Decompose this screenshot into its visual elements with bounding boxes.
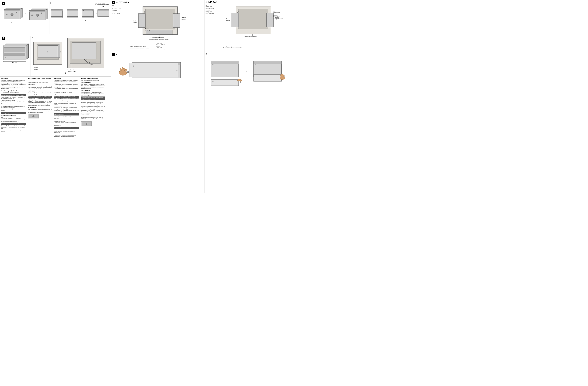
step7b-fr-heading: 7-B Pour la fixer	[81, 90, 105, 91]
angle-fr-heading: Réglage de l'angle de montage	[54, 91, 79, 93]
svg-text:(3/16 × 5/16 po max.): (3/16 × 5/16 po max.)	[273, 18, 283, 19]
mounting-dashboard-heading: Installation in the dashboard	[1, 115, 26, 116]
before-install: Before installing the unit, detach the f…	[28, 82, 52, 83]
svg-text:Bracket: Bracket	[145, 28, 149, 29]
exemple-montage-box: Exemple de montage 5	[54, 114, 79, 115]
svg-text:Bracket: Bracket	[226, 18, 230, 20]
svg-marker-21	[53, 8, 54, 9]
step7b-body: Place the hole ⑥ of the front panel onto…	[28, 92, 52, 95]
svg-rect-80	[173, 14, 180, 27]
svg-text:to dashboard/center console: to dashboard/center console	[244, 36, 257, 37]
svg-text:⑧: ⑧	[212, 63, 213, 65]
svg-point-13	[36, 14, 39, 17]
step7b-heading: 7-B To attach	[28, 90, 52, 92]
step7a-fr-body: Avant de retirer la façade, n'oubliez pa…	[81, 84, 105, 89]
svg-marker-6	[4, 8, 22, 10]
step7a-body: Before detaching the front panel, be sur…	[28, 86, 52, 90]
toyota-screw-spec: size 5 × max. 8 mm (3/16 × max. 5/16 in)…	[112, 5, 128, 15]
svg-text:RESET: RESET	[32, 116, 35, 117]
retrait-facade-heading: Retrait et fixation de la façade 7	[81, 78, 105, 79]
svg-text:vers le tableau de bord/la con: vers le tableau de bord/la console centr…	[149, 39, 168, 40]
reset-diagram: RESET	[28, 114, 39, 118]
svg-text:(3/16 × max. 5/16 in): (3/16 × max. 5/16 in)	[273, 13, 282, 14]
touche-reset-fr-body: Une fois que l'installation et les racco…	[81, 115, 105, 121]
svg-text:→: →	[95, 12, 97, 14]
svg-text:Pièces existantes fournies ave: Pièces existantes fournies avec la voitu…	[223, 47, 242, 48]
svg-point-4	[16, 12, 17, 13]
svg-rect-132	[211, 61, 239, 64]
mounting-japanese-box: Mounting the unit in a Japanese car 6	[1, 123, 26, 125]
step-7b-header: B	[206, 53, 294, 55]
step-7-section: 7 A	[111, 52, 294, 193]
step-7b: B ⑧	[205, 52, 294, 193]
svg-text:dimension: dimension	[273, 15, 278, 16]
remove-steps: 1 Remove the protection collar ④. Pinch …	[1, 100, 26, 111]
nissan-diagram: Bracket Support Bracket Support to dashb…	[222, 4, 294, 52]
svg-text:③: ③	[60, 51, 61, 53]
svg-rect-1	[4, 10, 20, 11]
svg-marker-16	[29, 9, 48, 10]
step-5-section: 5 1 182 mm	[0, 35, 111, 77]
svg-text:Claws: Claws	[34, 67, 38, 68]
svg-rect-27	[67, 17, 78, 18]
svg-text:⑥: ⑥	[212, 80, 213, 82]
svg-marker-23	[59, 8, 60, 9]
svg-text:dimension: dimension	[156, 46, 160, 47]
svg-marker-15	[45, 9, 48, 20]
mounting-example-box: Mounting example 5	[1, 112, 26, 114]
svg-marker-43	[3, 44, 29, 46]
svg-text:→: →	[64, 12, 67, 14]
warning-acc-body: Be sure to set the Auto Off function. Fo…	[28, 98, 52, 106]
step-4-sub2: 2	[50, 2, 51, 4]
step-7a: 7 A	[111, 52, 205, 193]
svg-text:182 mm: 182 mm	[12, 62, 17, 64]
svg-rect-102	[232, 13, 239, 27]
angle-fr-body: Réglez l'inclinaison à un angle inférieu…	[54, 93, 79, 95]
svg-text:Bracket: Bracket	[182, 17, 186, 18]
svg-rect-77	[138, 14, 145, 27]
svg-rect-141	[254, 74, 281, 81]
toyota-left-specs: size 5 × max. 8 mm (3/16 × max. 5/16 in)…	[112, 5, 128, 52]
svg-text:④: ④	[47, 51, 48, 53]
step-7-label-b: B	[206, 53, 207, 55]
nissan-content: size 5 × max. 8 mm (3/16 × max. 5/16 in)…	[206, 4, 294, 52]
precautions-fr-heading: Précautions	[54, 78, 79, 79]
avant-installer-fr: Avant d'installer l'appareil, retirez la…	[81, 80, 105, 81]
nissan-screw-spec: size 5 × max. 8 mm (3/16 × max. 5/16 in)…	[206, 4, 221, 14]
svg-rect-38	[98, 10, 109, 11]
installation-bord-heading: Installation dans le tableau de bord	[54, 116, 79, 118]
svg-text:5: 5	[144, 12, 145, 13]
step-5-diagram-1: 182 mm 53 mm ①	[1, 39, 29, 73]
svg-point-2	[6, 14, 7, 15]
svg-rect-133	[211, 80, 239, 86]
svg-point-145	[280, 76, 285, 80]
svg-rect-66	[72, 43, 96, 59]
svg-text:→: →	[80, 12, 82, 14]
svg-rect-19	[51, 17, 63, 18]
svg-text:①: ①	[5, 57, 6, 59]
arrow-right-7b: →	[245, 70, 248, 73]
precautions-heading: Precautions	[1, 78, 26, 79]
nissan-header: B NISSAN	[206, 1, 294, 4]
svg-marker-35	[84, 20, 86, 21]
svg-text:④: ④	[11, 22, 12, 23]
step-5-diagram-2: Claws Griffes ④ ③	[32, 39, 64, 74]
nissan-brand-name: NISSAN	[208, 1, 218, 4]
mounting-japanese-body: You may not be able to install this unit…	[1, 125, 26, 132]
step-7a-svg: ① ②	[112, 57, 204, 89]
svg-text:(3/16 × 5/16 po max.): (3/16 × 5/16 po max.)	[156, 48, 165, 49]
svg-text:Support: Support	[226, 20, 231, 21]
svg-text:Existing parts supplied with y: Existing parts supplied with your car	[223, 45, 240, 46]
right-section: 6 A TOYOTA size 5 × max. 8 mm (3/16 × ma…	[111, 0, 294, 193]
svg-text:Pièces existantes fournies ave: Pièces existantes fournies avec la voitu…	[130, 47, 149, 49]
reset-diagram-fr	[81, 121, 92, 126]
svg-point-32	[83, 10, 84, 11]
toyota-svg: Bracket Support Bracket Support Bracket …	[129, 5, 204, 52]
svg-rect-105	[267, 13, 273, 27]
step-7b-content: ⑧ ⑥ →	[206, 56, 294, 88]
nissan-svg: Bracket Support Bracket Support to dashb…	[222, 4, 294, 52]
svg-rect-26	[67, 10, 78, 11]
retrait-box: Retrait du tour de protection et du supp…	[54, 96, 79, 98]
svg-text:Griffes: Griffes	[34, 69, 38, 70]
svg-text:to dashboard/center console: to dashboard/center console	[150, 37, 164, 38]
